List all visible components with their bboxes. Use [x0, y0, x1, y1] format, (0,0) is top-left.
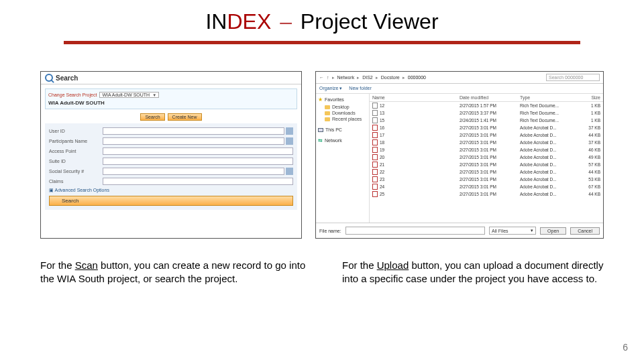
file-type: Adobe Acrobat D...	[520, 177, 580, 182]
label-claims: Claims	[49, 179, 103, 184]
folder-icon	[325, 117, 330, 121]
input-claims[interactable]	[103, 178, 293, 185]
project-select[interactable]: WIA Adult-DW SOUTH	[99, 92, 159, 98]
title-dash: –	[277, 9, 294, 34]
text-file-icon	[372, 110, 378, 116]
change-search-project-link[interactable]: Change Search Project	[48, 93, 97, 97]
file-date: 2/27/2015 3:37 PM	[460, 111, 520, 115]
search-icon	[45, 74, 53, 82]
file-row[interactable]: 242/27/2015 3:01 PMAdobe Acrobat D...67 …	[370, 183, 603, 190]
search-button[interactable]: Search	[140, 113, 164, 121]
input-user-id[interactable]	[103, 127, 284, 135]
col-header-type[interactable]: Type	[520, 95, 580, 100]
pdf-icon	[372, 125, 378, 131]
file-row[interactable]: 202/27/2015 3:01 PMAdobe Acrobat D...49 …	[370, 154, 603, 161]
file-list: Name Date modified Type Size 122/27/2015…	[370, 94, 603, 223]
file-row[interactable]: 222/27/2015 3:01 PMAdobe Acrobat D...44 …	[370, 168, 603, 176]
file-dialog: ← ↑ ▸Network ▸DIS2 ▸Docstore ▸0000000 Se…	[315, 71, 604, 239]
lookup-icon[interactable]	[286, 137, 293, 145]
file-name: 15	[380, 118, 384, 123]
file-name: 19	[380, 147, 384, 152]
search-submit-button[interactable]: Search	[49, 196, 293, 206]
file-size: 37 KB	[580, 125, 600, 130]
label-access-point: Access Point	[49, 149, 103, 154]
file-row[interactable]: 132/27/2015 3:37 PMRich Text Docume...1 …	[370, 109, 603, 117]
project-select-value: WIA Adult-DW SOUTH	[102, 93, 150, 97]
file-name: 23	[380, 177, 384, 182]
file-row[interactable]: 212/27/2015 3:01 PMAdobe Acrobat D...57 …	[370, 161, 603, 168]
file-date: 2/27/2015 3:01 PM	[460, 170, 520, 174]
col-header-date[interactable]: Date modified	[460, 95, 520, 100]
breadcrumb-item[interactable]: DIS2	[362, 75, 373, 80]
pdf-icon	[372, 147, 378, 153]
slide-title: INDEX – Project Viewer	[0, 9, 644, 34]
pdf-icon	[372, 154, 378, 160]
file-size: 46 KB	[580, 147, 600, 152]
file-row[interactable]: 162/27/2015 3:01 PMAdobe Acrobat D...37 …	[370, 124, 603, 131]
file-row[interactable]: 252/27/2015 3:01 PMAdobe Acrobat D...44 …	[370, 190, 603, 198]
sidebar-downloads[interactable]: Downloads	[332, 111, 356, 115]
col-header-size[interactable]: Size	[580, 95, 600, 100]
file-row[interactable]: 172/27/2015 3:01 PMAdobe Acrobat D...44 …	[370, 131, 603, 139]
cancel-button[interactable]: Cancel	[570, 227, 600, 235]
filename-input[interactable]	[345, 227, 485, 235]
file-type: Adobe Acrobat D...	[520, 133, 580, 137]
file-filter-value: All Files	[492, 229, 508, 233]
file-date: 2/24/2015 1:41 PM	[460, 118, 520, 123]
nav-back-icon[interactable]: ←	[319, 75, 324, 80]
file-type: Rich Text Docume...	[520, 118, 580, 123]
file-name: 12	[380, 103, 384, 108]
file-size: 1 KB	[580, 118, 600, 123]
sidebar-desktop[interactable]: Desktop	[332, 105, 350, 109]
file-row[interactable]: 232/27/2015 3:01 PMAdobe Acrobat D...53 …	[370, 176, 603, 183]
file-name: 13	[380, 111, 384, 115]
sidebar-recent[interactable]: Recent places	[332, 117, 362, 121]
filename-label: File name:	[319, 229, 341, 233]
file-type: Adobe Acrobat D...	[520, 140, 580, 145]
file-date: 2/27/2015 3:01 PM	[460, 177, 520, 182]
network-icon: ⇆	[318, 137, 323, 143]
open-button[interactable]: Open	[540, 227, 566, 235]
search-folder-input[interactable]: Search 0000000	[546, 74, 600, 81]
lookup-icon[interactable]	[286, 127, 293, 135]
pdf-icon	[372, 191, 378, 197]
file-name: 22	[380, 170, 384, 174]
input-access-point[interactable]	[103, 147, 293, 155]
sidebar-favorites[interactable]: Favorites	[325, 97, 344, 102]
file-type: Adobe Acrobat D...	[520, 184, 580, 189]
file-row[interactable]: 152/24/2015 1:41 PMRich Text Docume...1 …	[370, 117, 603, 124]
file-name: 24	[380, 184, 384, 189]
advanced-search-link[interactable]: Advanced Search Options	[49, 188, 293, 193]
file-filter-select[interactable]: All Files	[489, 227, 536, 235]
breadcrumb-item[interactable]: Docstore	[381, 75, 400, 80]
file-size: 67 KB	[580, 184, 600, 189]
breadcrumb-item[interactable]: 0000000	[408, 75, 426, 80]
file-size: 44 KB	[580, 170, 600, 174]
create-new-button[interactable]: Create New	[168, 113, 202, 121]
label-participants-name: Participants Name	[49, 139, 103, 143]
file-name: 16	[380, 125, 384, 130]
sidebar-thispc[interactable]: This PC	[325, 127, 342, 132]
search-header: Search	[56, 74, 78, 82]
new-folder-button[interactable]: New folder	[349, 86, 371, 91]
col-header-name[interactable]: Name	[372, 95, 460, 100]
file-name: 20	[380, 155, 384, 160]
search-placeholder: Search 0000000	[549, 75, 583, 80]
breadcrumb-item[interactable]: Network	[337, 75, 355, 80]
input-ssn[interactable]	[103, 168, 284, 175]
caption-scan: For the Scan button, you can create a ne…	[40, 259, 315, 286]
nav-up-icon[interactable]: ↑	[327, 75, 329, 80]
input-participants-name[interactable]	[103, 137, 284, 145]
file-date: 2/27/2015 3:01 PM	[460, 125, 520, 130]
file-row[interactable]: 192/27/2015 3:01 PMAdobe Acrobat D...46 …	[370, 146, 603, 154]
file-dialog-sidebar: ★Favorites Desktop Downloads Recent plac…	[316, 94, 370, 223]
input-suite-id[interactable]	[103, 158, 293, 165]
lookup-icon[interactable]	[286, 168, 293, 175]
file-row[interactable]: 122/27/2015 1:57 PMRich Text Docume...1 …	[370, 102, 603, 109]
organize-menu[interactable]: Organize ▾	[319, 86, 342, 91]
file-size: 44 KB	[580, 192, 600, 196]
pdf-icon	[372, 139, 378, 145]
sidebar-network[interactable]: Network	[325, 138, 342, 143]
file-row[interactable]: 182/27/2015 3:01 PMAdobe Acrobat D...37 …	[370, 139, 603, 146]
file-type: Adobe Acrobat D...	[520, 125, 580, 130]
